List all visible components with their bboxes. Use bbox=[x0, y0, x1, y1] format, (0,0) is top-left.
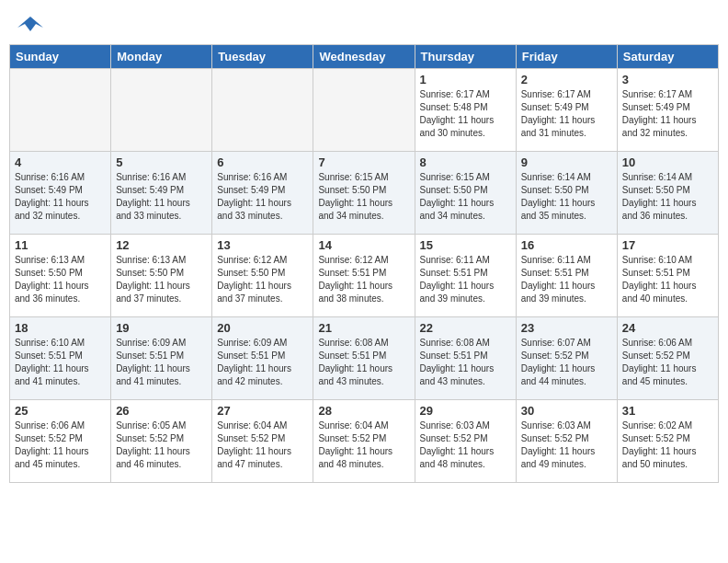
day-number: 30 bbox=[521, 404, 612, 418]
calendar-cell: 1Sunrise: 6:17 AM Sunset: 5:48 PM Daylig… bbox=[415, 68, 516, 151]
calendar-cell: 28Sunrise: 6:04 AM Sunset: 5:52 PM Dayli… bbox=[313, 399, 415, 482]
calendar-cell bbox=[10, 68, 111, 151]
day-number: 1 bbox=[420, 73, 511, 86]
day-info: Sunrise: 6:09 AM Sunset: 5:51 PM Dayligh… bbox=[116, 337, 207, 388]
day-info: Sunrise: 6:03 AM Sunset: 5:52 PM Dayligh… bbox=[420, 419, 511, 471]
logo-text bbox=[17, 13, 44, 33]
calendar-cell: 15Sunrise: 6:11 AM Sunset: 5:51 PM Dayli… bbox=[415, 234, 516, 316]
calendar-cell: 11Sunrise: 6:13 AM Sunset: 5:50 PM Dayli… bbox=[10, 234, 111, 316]
day-number: 12 bbox=[116, 238, 207, 252]
logo-bird-icon bbox=[17, 15, 43, 33]
calendar-header-saturday: Saturday bbox=[617, 44, 718, 68]
day-number: 13 bbox=[217, 238, 308, 252]
calendar-cell: 26Sunrise: 6:05 AM Sunset: 5:52 PM Dayli… bbox=[111, 399, 212, 482]
day-number: 31 bbox=[622, 404, 713, 418]
day-info: Sunrise: 6:11 AM Sunset: 5:51 PM Dayligh… bbox=[420, 254, 511, 305]
day-info: Sunrise: 6:13 AM Sunset: 5:50 PM Dayligh… bbox=[116, 254, 207, 305]
day-number: 14 bbox=[318, 238, 409, 252]
calendar-header-tuesday: Tuesday bbox=[212, 44, 313, 68]
calendar-cell: 6Sunrise: 6:16 AM Sunset: 5:49 PM Daylig… bbox=[212, 151, 313, 234]
calendar-cell: 24Sunrise: 6:06 AM Sunset: 5:52 PM Dayli… bbox=[617, 316, 718, 399]
svg-marker-0 bbox=[17, 17, 43, 31]
calendar-cell: 22Sunrise: 6:08 AM Sunset: 5:51 PM Dayli… bbox=[415, 316, 516, 399]
calendar-cell: 4Sunrise: 6:16 AM Sunset: 5:49 PM Daylig… bbox=[10, 151, 111, 234]
calendar-cell: 18Sunrise: 6:10 AM Sunset: 5:51 PM Dayli… bbox=[10, 316, 111, 399]
calendar-header-monday: Monday bbox=[111, 44, 212, 68]
day-info: Sunrise: 6:16 AM Sunset: 5:49 PM Dayligh… bbox=[15, 171, 106, 223]
calendar-cell: 27Sunrise: 6:04 AM Sunset: 5:52 PM Dayli… bbox=[212, 399, 313, 482]
day-info: Sunrise: 6:14 AM Sunset: 5:50 PM Dayligh… bbox=[521, 171, 612, 223]
calendar-cell: 9Sunrise: 6:14 AM Sunset: 5:50 PM Daylig… bbox=[516, 151, 617, 234]
calendar-cell: 3Sunrise: 6:17 AM Sunset: 5:49 PM Daylig… bbox=[617, 68, 718, 151]
calendar-cell: 5Sunrise: 6:16 AM Sunset: 5:49 PM Daylig… bbox=[111, 151, 212, 234]
day-number: 2 bbox=[521, 73, 612, 86]
day-info: Sunrise: 6:13 AM Sunset: 5:50 PM Dayligh… bbox=[15, 254, 106, 305]
calendar-cell bbox=[212, 68, 313, 151]
day-number: 3 bbox=[622, 73, 713, 86]
day-number: 21 bbox=[318, 321, 409, 335]
calendar-cell: 2Sunrise: 6:17 AM Sunset: 5:49 PM Daylig… bbox=[516, 68, 617, 151]
day-info: Sunrise: 6:04 AM Sunset: 5:52 PM Dayligh… bbox=[318, 419, 409, 471]
day-number: 7 bbox=[318, 155, 409, 169]
day-number: 19 bbox=[116, 321, 207, 335]
calendar-header-sunday: Sunday bbox=[10, 44, 111, 68]
day-info: Sunrise: 6:08 AM Sunset: 5:51 PM Dayligh… bbox=[318, 337, 409, 388]
logo bbox=[17, 13, 44, 33]
calendar-cell: 25Sunrise: 6:06 AM Sunset: 5:52 PM Dayli… bbox=[10, 399, 111, 482]
calendar-cell: 7Sunrise: 6:15 AM Sunset: 5:50 PM Daylig… bbox=[313, 151, 415, 234]
calendar-cell: 20Sunrise: 6:09 AM Sunset: 5:51 PM Dayli… bbox=[212, 316, 313, 399]
day-info: Sunrise: 6:16 AM Sunset: 5:49 PM Dayligh… bbox=[116, 171, 207, 223]
calendar-cell: 8Sunrise: 6:15 AM Sunset: 5:50 PM Daylig… bbox=[415, 151, 516, 234]
day-number: 24 bbox=[622, 321, 713, 335]
page-header bbox=[9, 9, 719, 37]
calendar-cell: 17Sunrise: 6:10 AM Sunset: 5:51 PM Dayli… bbox=[617, 234, 718, 316]
day-number: 26 bbox=[116, 404, 207, 418]
calendar-cell: 16Sunrise: 6:11 AM Sunset: 5:51 PM Dayli… bbox=[516, 234, 617, 316]
day-number: 18 bbox=[15, 321, 106, 335]
day-info: Sunrise: 6:08 AM Sunset: 5:51 PM Dayligh… bbox=[420, 337, 511, 388]
day-info: Sunrise: 6:14 AM Sunset: 5:50 PM Dayligh… bbox=[622, 171, 713, 223]
calendar-cell: 31Sunrise: 6:02 AM Sunset: 5:52 PM Dayli… bbox=[617, 399, 718, 482]
day-number: 20 bbox=[217, 321, 308, 335]
day-info: Sunrise: 6:02 AM Sunset: 5:52 PM Dayligh… bbox=[622, 419, 713, 471]
calendar-week-row: 4Sunrise: 6:16 AM Sunset: 5:49 PM Daylig… bbox=[10, 151, 719, 234]
day-info: Sunrise: 6:10 AM Sunset: 5:51 PM Dayligh… bbox=[622, 254, 713, 305]
calendar-cell bbox=[111, 68, 212, 151]
day-info: Sunrise: 6:11 AM Sunset: 5:51 PM Dayligh… bbox=[521, 254, 612, 305]
day-number: 11 bbox=[15, 238, 106, 252]
day-number: 25 bbox=[15, 404, 106, 418]
day-number: 16 bbox=[521, 238, 612, 252]
day-info: Sunrise: 6:16 AM Sunset: 5:49 PM Dayligh… bbox=[217, 171, 308, 223]
day-number: 28 bbox=[318, 404, 409, 418]
day-info: Sunrise: 6:05 AM Sunset: 5:52 PM Dayligh… bbox=[116, 419, 207, 471]
day-info: Sunrise: 6:03 AM Sunset: 5:52 PM Dayligh… bbox=[521, 419, 612, 471]
day-info: Sunrise: 6:04 AM Sunset: 5:52 PM Dayligh… bbox=[217, 419, 308, 471]
calendar-week-row: 18Sunrise: 6:10 AM Sunset: 5:51 PM Dayli… bbox=[10, 316, 719, 399]
day-number: 27 bbox=[217, 404, 308, 418]
day-number: 6 bbox=[217, 155, 308, 169]
day-info: Sunrise: 6:17 AM Sunset: 5:49 PM Dayligh… bbox=[521, 88, 612, 140]
day-number: 23 bbox=[521, 321, 612, 335]
day-number: 15 bbox=[420, 238, 511, 252]
calendar-cell bbox=[313, 68, 415, 151]
day-number: 5 bbox=[116, 155, 207, 169]
calendar-cell: 21Sunrise: 6:08 AM Sunset: 5:51 PM Dayli… bbox=[313, 316, 415, 399]
calendar-week-row: 25Sunrise: 6:06 AM Sunset: 5:52 PM Dayli… bbox=[10, 399, 719, 482]
day-info: Sunrise: 6:12 AM Sunset: 5:50 PM Dayligh… bbox=[217, 254, 308, 305]
day-info: Sunrise: 6:06 AM Sunset: 5:52 PM Dayligh… bbox=[15, 419, 106, 471]
day-number: 9 bbox=[521, 155, 612, 169]
calendar-cell: 19Sunrise: 6:09 AM Sunset: 5:51 PM Dayli… bbox=[111, 316, 212, 399]
day-info: Sunrise: 6:17 AM Sunset: 5:49 PM Dayligh… bbox=[622, 88, 713, 140]
calendar-week-row: 11Sunrise: 6:13 AM Sunset: 5:50 PM Dayli… bbox=[10, 234, 719, 316]
day-number: 8 bbox=[420, 155, 511, 169]
day-info: Sunrise: 6:06 AM Sunset: 5:52 PM Dayligh… bbox=[622, 337, 713, 388]
calendar-cell: 14Sunrise: 6:12 AM Sunset: 5:51 PM Dayli… bbox=[313, 234, 415, 316]
calendar-header-thursday: Thursday bbox=[415, 44, 516, 68]
day-info: Sunrise: 6:09 AM Sunset: 5:51 PM Dayligh… bbox=[217, 337, 308, 388]
day-number: 17 bbox=[622, 238, 713, 252]
day-number: 4 bbox=[15, 155, 106, 169]
day-info: Sunrise: 6:12 AM Sunset: 5:51 PM Dayligh… bbox=[318, 254, 409, 305]
calendar-cell: 29Sunrise: 6:03 AM Sunset: 5:52 PM Dayli… bbox=[415, 399, 516, 482]
day-info: Sunrise: 6:15 AM Sunset: 5:50 PM Dayligh… bbox=[318, 171, 409, 223]
day-info: Sunrise: 6:10 AM Sunset: 5:51 PM Dayligh… bbox=[15, 337, 106, 388]
